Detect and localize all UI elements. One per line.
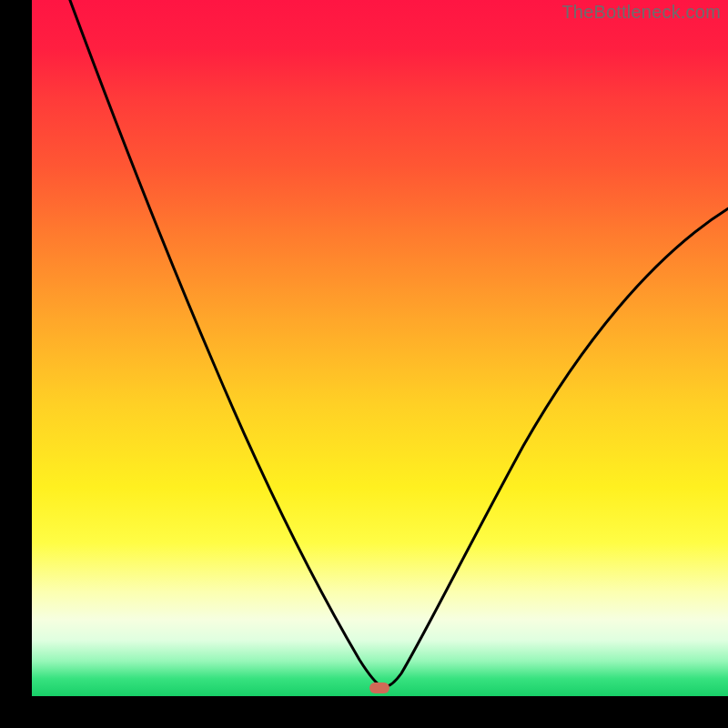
bottleneck-curve: [32, 0, 728, 696]
optimal-marker: [369, 682, 389, 693]
plot-area: TheBottleneck.com: [32, 0, 728, 696]
curve-path: [68, 0, 728, 687]
chart-frame: TheBottleneck.com: [0, 0, 728, 728]
